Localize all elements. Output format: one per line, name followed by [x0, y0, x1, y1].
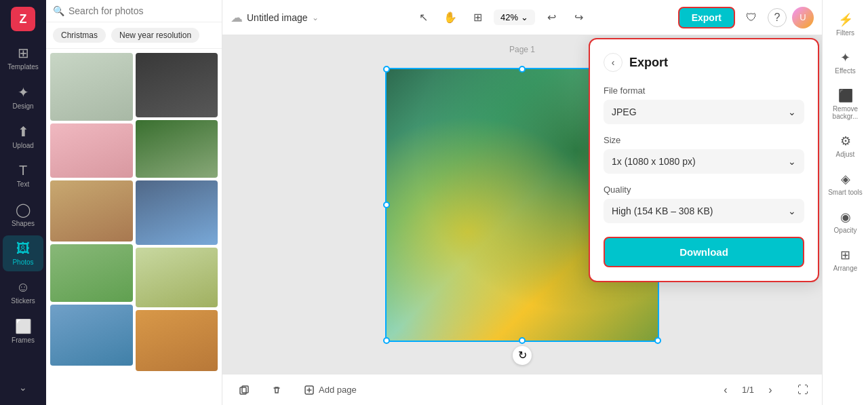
sidebar-item-stickers[interactable]: ☺ Stickers	[3, 274, 43, 310]
size-select[interactable]: 1x (1080 x 1080 px) ⌄	[604, 149, 804, 174]
adjust-icon: ⚙	[840, 134, 851, 149]
list-item[interactable]	[136, 248, 218, 307]
opacity-icon: ◉	[840, 210, 851, 225]
photos-col-2	[134, 52, 220, 402]
right-panel-item-remove-bg[interactable]: ⬛ Remove backgr...	[825, 83, 866, 126]
handle-bm[interactable]	[519, 337, 526, 344]
text-icon: T	[19, 163, 27, 178]
photos-col-1	[49, 52, 134, 402]
list-item[interactable]	[50, 123, 133, 178]
select-tool-button[interactable]: ↖	[412, 7, 434, 28]
tag-new-year[interactable]: New year resolution	[111, 28, 199, 43]
canvas-area: Page 1 ›	[222, 35, 822, 374]
add-page-button[interactable]: Add page	[296, 381, 365, 400]
prev-page-button[interactable]: ‹	[715, 379, 736, 401]
quality-chevron-icon: ⌄	[788, 206, 796, 216]
size-chevron-icon: ⌄	[788, 156, 796, 167]
zoom-chevron-icon: ⌄	[521, 12, 528, 22]
list-item[interactable]	[136, 180, 218, 245]
size-group: Size 1x (1080 x 1080 px) ⌄	[604, 135, 804, 174]
list-item[interactable]	[136, 53, 218, 117]
sidebar-item-photos[interactable]: 🖼 Photos	[3, 235, 43, 271]
list-item[interactable]	[50, 53, 133, 121]
main-area: ☁ Untitled image ⌄ ↖ ✋ ⊞ 42% ⌄ ↩ ↪ Expor…	[222, 0, 822, 405]
right-panel-item-arrange[interactable]: ⊞ Arrange	[825, 242, 866, 277]
bottom-toolbar: Add page ‹ 1/1 › ⛶	[222, 374, 822, 405]
export-popup: ‹ Export File format JPEG ⌄ Size 1x (108…	[589, 38, 819, 282]
sidebar-item-templates[interactable]: ⊞ Templates	[3, 39, 43, 76]
stickers-icon: ☺	[16, 279, 30, 295]
top-toolbar: ☁ Untitled image ⌄ ↖ ✋ ⊞ 42% ⌄ ↩ ↪ Expor…	[222, 0, 822, 35]
fullscreen-button[interactable]: ⛶	[792, 379, 814, 401]
templates-icon: ⊞	[18, 45, 29, 61]
smart-tools-icon: ◈	[841, 172, 850, 187]
duplicate-page-button[interactable]	[231, 381, 258, 400]
file-format-select[interactable]: JPEG ⌄	[604, 100, 804, 124]
icon-bar: Z ⊞ Templates ✦ Design ⬆ Upload T Text ◯…	[0, 0, 46, 405]
help-button[interactable]: ?	[768, 8, 787, 27]
page-navigation: ‹ 1/1 ›	[715, 379, 781, 401]
app-logo: Z	[11, 7, 35, 31]
list-item[interactable]	[136, 310, 218, 371]
list-item[interactable]	[50, 244, 133, 302]
list-item[interactable]	[136, 120, 218, 178]
frames-icon: ⬜	[15, 318, 32, 334]
sidebar-item-upload[interactable]: ⬆ Upload	[3, 118, 43, 155]
filters-icon: ⚡	[838, 12, 853, 27]
sidebar-item-frames[interactable]: ⬜ Frames	[3, 313, 43, 349]
handle-ml[interactable]	[383, 201, 390, 208]
undo-button[interactable]: ↩	[540, 7, 562, 28]
page-indicator: 1/1	[742, 385, 754, 395]
delete-page-button[interactable]	[263, 381, 290, 400]
search-icon: 🔍	[53, 5, 64, 16]
tag-christmas[interactable]: Christmas	[53, 28, 106, 43]
shield-button[interactable]: 🛡	[741, 7, 762, 28]
download-button[interactable]: Download	[604, 237, 804, 267]
left-panel: 🔍 Christmas New year resolution	[46, 0, 222, 405]
handle-tm[interactable]	[519, 66, 526, 73]
quality-select[interactable]: High (154 KB – 308 KB) ⌄	[604, 199, 804, 223]
next-page-button[interactable]: ›	[760, 379, 781, 401]
rotate-button[interactable]: ↻	[513, 346, 532, 365]
search-bar: 🔍	[46, 0, 222, 22]
sidebar-expand-chevron[interactable]: ⌄	[14, 377, 33, 398]
export-button[interactable]: Export	[678, 7, 735, 28]
back-button[interactable]: ‹	[604, 53, 623, 72]
file-format-group: File format JPEG ⌄	[604, 85, 804, 124]
pan-tool-button[interactable]: ✋	[439, 7, 461, 28]
page-label: Page 1	[509, 45, 535, 54]
list-item[interactable]	[50, 305, 133, 366]
sidebar-item-text[interactable]: T Text	[3, 157, 43, 193]
list-item[interactable]	[50, 180, 133, 242]
zoom-control[interactable]: 42% ⌄	[494, 9, 535, 25]
sidebar-item-shapes[interactable]: ◯ Shapes	[3, 196, 43, 233]
add-page-label: Add page	[319, 385, 357, 395]
document-title: Untitled image	[247, 12, 308, 23]
layout-button[interactable]: ⊞	[467, 7, 488, 28]
sidebar-item-design[interactable]: ✦ Design	[3, 79, 43, 115]
right-panel-item-filters[interactable]: ⚡ Filters	[825, 7, 866, 42]
photos-grid	[46, 49, 222, 405]
right-panel: ⚡ Filters ✦ Effects ⬛ Remove backgr... ⚙…	[822, 0, 868, 405]
export-title: Export	[629, 56, 668, 70]
doc-chevron-icon[interactable]: ⌄	[312, 13, 319, 22]
right-panel-item-effects[interactable]: ✦ Effects	[825, 45, 866, 80]
right-panel-item-adjust[interactable]: ⚙ Adjust	[825, 128, 866, 163]
quality-group: Quality High (154 KB – 308 KB) ⌄	[604, 185, 804, 223]
handle-tl[interactable]	[383, 66, 390, 73]
right-panel-item-smart-tools[interactable]: ◈ Smart tools	[825, 166, 866, 201]
avatar: U	[792, 7, 814, 28]
right-panel-item-opacity[interactable]: ◉ Opacity	[825, 204, 866, 239]
effects-icon: ✦	[840, 50, 850, 65]
file-format-chevron-icon: ⌄	[788, 107, 796, 117]
handle-bl[interactable]	[383, 337, 390, 344]
tags-row: Christmas New year resolution	[46, 22, 222, 49]
shapes-icon: ◯	[16, 201, 31, 218]
photos-icon: 🖼	[16, 241, 30, 256]
search-input[interactable]	[68, 5, 215, 16]
handle-br[interactable]	[654, 337, 661, 344]
quality-label: Quality	[604, 185, 804, 195]
redo-button[interactable]: ↪	[568, 7, 589, 28]
cloud-icon: ☁	[231, 10, 243, 25]
remove-bg-icon: ⬛	[838, 88, 853, 103]
